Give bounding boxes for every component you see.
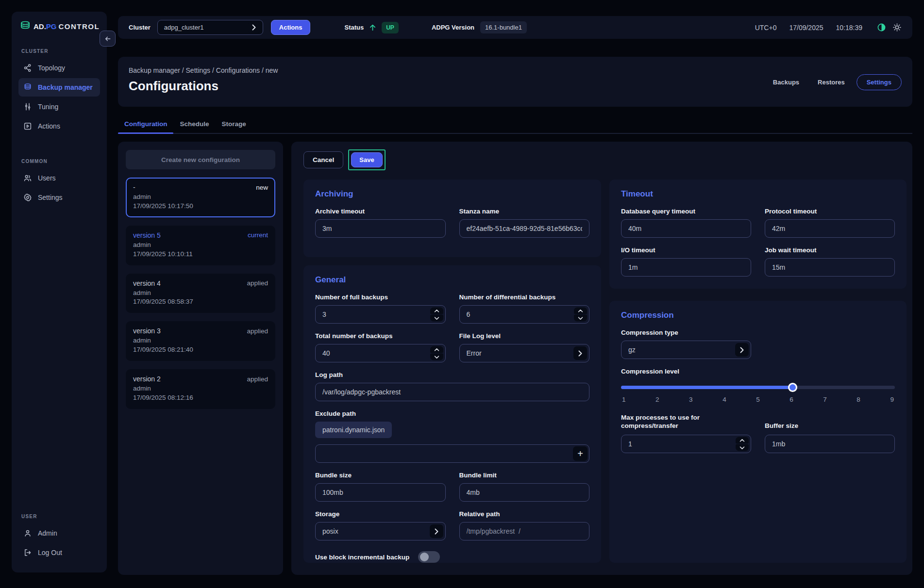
config-version-author: admin bbox=[133, 241, 268, 250]
storage-select[interactable] bbox=[315, 522, 446, 540]
tab-storage[interactable]: Storage bbox=[216, 116, 252, 133]
brightness-icon[interactable] bbox=[892, 23, 902, 32]
chevron-right-icon[interactable] bbox=[573, 346, 587, 360]
play-icon bbox=[23, 122, 32, 131]
compression-type-value[interactable] bbox=[621, 341, 751, 359]
compression-level-slider[interactable] bbox=[621, 383, 895, 392]
sidebar-collapse-button[interactable] bbox=[100, 31, 116, 47]
full-backups-label: Number of full backups bbox=[315, 294, 446, 301]
stanza-name-input[interactable] bbox=[459, 219, 590, 238]
cancel-button[interactable]: Cancel bbox=[303, 151, 343, 168]
database-logo-icon bbox=[19, 20, 31, 32]
stepper-up-button[interactable] bbox=[736, 437, 749, 444]
stepper-down-button[interactable] bbox=[430, 315, 443, 322]
protocol-timeout-input[interactable] bbox=[765, 219, 895, 238]
sidebar-section-common: COMMON bbox=[21, 159, 100, 164]
config-version-author: admin bbox=[133, 336, 268, 345]
config-version-badge: current bbox=[248, 231, 268, 239]
plus-icon[interactable]: + bbox=[573, 446, 588, 461]
compression-type-select[interactable] bbox=[621, 341, 751, 359]
config-version-card-3[interactable]: version 3 applied admin 17/09/2025 08:21… bbox=[126, 321, 275, 361]
tick-label: 8 bbox=[857, 396, 860, 403]
config-version-card-4[interactable]: version 4 applied admin 17/09/2025 08:58… bbox=[126, 274, 275, 313]
io-timeout-label: I/O timeout bbox=[621, 246, 751, 254]
sidebar-item-tuning[interactable]: Tuning bbox=[18, 98, 100, 116]
config-version-card-5[interactable]: version 5 current admin 17/09/2025 10:10… bbox=[126, 226, 275, 265]
sidebar-item-topology[interactable]: Topology bbox=[18, 59, 100, 77]
configuration-form-panel: Cancel Save Archiving Archive timeout St… bbox=[291, 142, 912, 575]
config-version-date: 17/09/2025 08:12:16 bbox=[133, 393, 268, 403]
stepper-up-button[interactable] bbox=[430, 346, 443, 353]
save-button[interactable]: Save bbox=[351, 152, 382, 167]
tick-label: 6 bbox=[790, 396, 793, 403]
chevron-right-icon[interactable] bbox=[735, 343, 749, 357]
config-version-card-new[interactable]: - new admin 17/09/2025 10:17:50 bbox=[126, 178, 275, 217]
config-version-badge: new bbox=[256, 184, 268, 191]
total-backups-stepper[interactable] bbox=[315, 344, 446, 362]
gear-icon bbox=[23, 193, 32, 202]
settings-button[interactable]: Settings bbox=[857, 74, 902, 90]
restores-button[interactable]: Restores bbox=[811, 75, 852, 90]
sliders-icon bbox=[23, 102, 32, 111]
sidebar-item-admin[interactable]: Admin bbox=[18, 524, 100, 542]
cluster-actions-button[interactable]: Actions bbox=[271, 20, 311, 35]
stepper-up-button[interactable] bbox=[430, 308, 443, 314]
logout-icon bbox=[23, 548, 32, 557]
block-incremental-toggle[interactable] bbox=[418, 551, 440, 563]
stepper-down-button[interactable] bbox=[736, 444, 749, 451]
stepper-down-button[interactable] bbox=[430, 354, 443, 360]
adpg-version-label: ADPG Version bbox=[432, 24, 474, 31]
status-badge: UP bbox=[382, 22, 399, 33]
buffer-size-input[interactable] bbox=[765, 435, 895, 453]
full-backups-stepper[interactable] bbox=[315, 305, 446, 324]
tab-configuration[interactable]: Configuration bbox=[118, 116, 173, 133]
sidebar-item-users[interactable]: Users bbox=[18, 169, 100, 187]
log-path-label: Log path bbox=[315, 371, 589, 378]
config-version-author: admin bbox=[133, 384, 268, 393]
relative-path-input[interactable] bbox=[459, 522, 590, 540]
tick-label: 4 bbox=[722, 396, 726, 403]
archive-timeout-input[interactable] bbox=[315, 219, 446, 238]
log-path-input[interactable] bbox=[315, 383, 589, 401]
sidebar-item-backup-manager[interactable]: Backup manager bbox=[18, 78, 100, 97]
db-query-timeout-input[interactable] bbox=[621, 219, 751, 238]
db-query-timeout-label: Database query timeout bbox=[621, 208, 751, 215]
config-version-name: version 2 bbox=[133, 375, 161, 383]
sidebar-item-logout[interactable]: Log Out bbox=[18, 543, 100, 562]
sidebar-item-label: Tuning bbox=[38, 103, 58, 111]
time-value: 10:18:39 bbox=[836, 24, 863, 32]
compression-level-handle[interactable] bbox=[788, 383, 797, 392]
file-log-level-select[interactable] bbox=[459, 344, 590, 362]
chevron-right-icon[interactable] bbox=[430, 524, 443, 538]
theme-toggle-icon[interactable] bbox=[877, 23, 886, 32]
bundle-size-input[interactable] bbox=[315, 483, 446, 502]
config-version-name: version 4 bbox=[133, 279, 161, 287]
compression-level-fill bbox=[621, 386, 792, 389]
stepper-down-button[interactable] bbox=[574, 315, 587, 322]
exclude-path-chip[interactable]: patroni.dynamic.json bbox=[315, 422, 392, 438]
tab-schedule[interactable]: Schedule bbox=[173, 116, 215, 133]
file-log-level-value[interactable] bbox=[459, 344, 590, 362]
bundle-limit-input[interactable] bbox=[459, 483, 590, 502]
sidebar-item-label: Backup manager bbox=[38, 83, 93, 91]
compression-level-label: Compression level bbox=[621, 368, 895, 375]
sidebar-section-user: USER bbox=[21, 514, 100, 519]
tick-label: 3 bbox=[689, 396, 693, 403]
diff-backups-stepper[interactable] bbox=[459, 305, 590, 324]
create-configuration-button[interactable]: Create new configuration bbox=[126, 150, 275, 169]
sidebar-item-actions[interactable]: Actions bbox=[18, 117, 100, 135]
cluster-select[interactable]: adpg_cluster1 bbox=[157, 20, 263, 35]
max-processes-stepper[interactable] bbox=[621, 435, 751, 453]
exclude-path-label: Exclude path bbox=[315, 410, 589, 417]
compression-title: Compression bbox=[621, 310, 895, 320]
job-wait-timeout-input[interactable] bbox=[765, 258, 895, 277]
io-timeout-input[interactable] bbox=[621, 258, 751, 277]
exclude-path-add-input[interactable] bbox=[315, 444, 589, 463]
breadcrumb: Backup manager / Settings / Configuratio… bbox=[129, 66, 902, 74]
backups-button[interactable]: Backups bbox=[766, 75, 806, 90]
storage-value[interactable] bbox=[315, 522, 446, 540]
buffer-size-label: Buffer size bbox=[765, 422, 798, 430]
sidebar-item-settings[interactable]: Settings bbox=[18, 188, 100, 207]
config-version-card-2[interactable]: version 2 applied admin 17/09/2025 08:12… bbox=[126, 369, 275, 409]
stepper-up-button[interactable] bbox=[574, 308, 587, 314]
